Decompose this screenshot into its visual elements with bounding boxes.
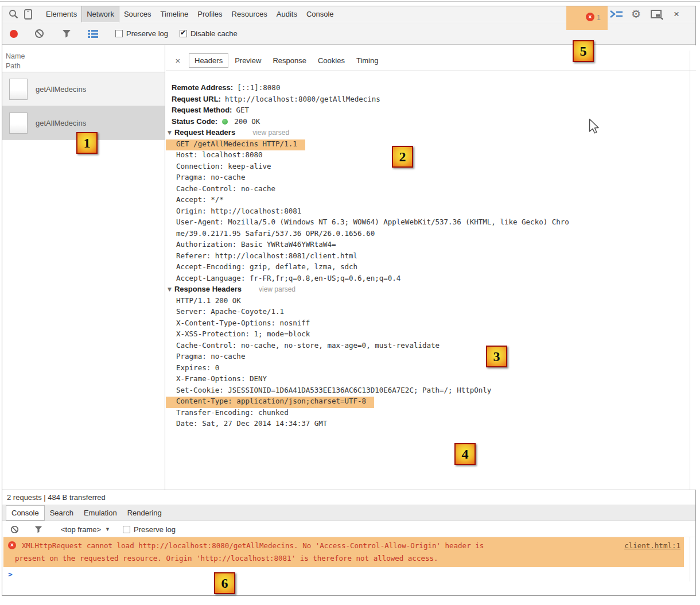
drawer-tabbar: ConsoleSearchEmulationRendering (2, 505, 695, 521)
prompt-chevron: > (8, 570, 13, 579)
tab-timeline[interactable]: Timeline (156, 6, 193, 22)
detail-tab-timing[interactable]: Timing (351, 54, 384, 67)
panel-tabs: ElementsNetworkSourcesTimelineProfilesRe… (41, 6, 339, 22)
raw-header-line: Server: Apache-Coyote/1.1 (166, 307, 696, 319)
tab-audits[interactable]: Audits (272, 6, 302, 22)
collapse-triangle-icon: ▼ (168, 130, 172, 135)
console-error-icon: × (8, 541, 16, 549)
console-preserve-log-checkbox[interactable] (123, 526, 130, 533)
detail-tab-headers[interactable]: Headers (189, 53, 228, 68)
header-value: GET (236, 106, 249, 114)
raw-header-line: me/39.0.2171.95 Safari/537.36 OPR/26.0.1… (166, 229, 696, 241)
console-drawer-icon (609, 9, 623, 19)
dock-icon (651, 10, 663, 20)
detail-tab-cookies[interactable]: Cookies (313, 54, 350, 67)
raw-header-line: X-XSS-Protection: 1; mode=block (166, 329, 696, 341)
console-toolbar: <top frame> ▼ Preserve log (2, 522, 695, 537)
drawer-tab-rendering[interactable]: Rendering (122, 506, 167, 520)
frame-selector-arrow-icon[interactable]: ▼ (105, 526, 110, 532)
console-clear-button[interactable] (7, 522, 22, 537)
header-label: Status Code: (172, 117, 217, 126)
raw-header-line: Accept-Language: fr-FR,fr;q=0.8,en-US;q=… (166, 274, 696, 285)
device-mode-button[interactable] (21, 7, 36, 22)
preserve-log-checkbox[interactable] (115, 30, 123, 37)
raw-header-line: Accept: */* (166, 195, 696, 207)
column-name: Name (6, 52, 165, 61)
collapse-triangle-icon: ▼ (168, 286, 172, 292)
raw-header-line: Set-Cookie: JSESSIONID=1D6A41DA533EE136A… (166, 386, 696, 397)
raw-header-line: GET /getAllMedecins HTTP/1.1 (166, 139, 305, 151)
dock-side-button[interactable] (651, 10, 663, 20)
tab-network[interactable]: Network (81, 6, 119, 22)
disable-cache-label: Disable cache (190, 29, 238, 38)
drawer-tab-emulation[interactable]: Emulation (79, 506, 122, 520)
status-ok-icon (222, 119, 228, 125)
filter-button[interactable] (59, 26, 74, 41)
header-summary-line: Request URL:http://localhost:8080/getAll… (166, 95, 696, 106)
device-icon (24, 9, 32, 20)
annotation-badge-3: 3 (486, 346, 507, 367)
raw-header-line: HTTP/1.1 200 OK (166, 296, 696, 308)
mouse-cursor (589, 118, 600, 134)
clear-button[interactable] (32, 26, 46, 41)
section-title: Response Headers (174, 285, 242, 293)
preserve-log-label: Preserve log (126, 29, 168, 38)
raw-header-line: Pragma: no-cache (166, 352, 696, 363)
headers-section-title[interactable]: ▼Response Headersview parsed (166, 285, 696, 296)
view-parsed-link[interactable]: view parsed (259, 285, 295, 293)
console-prompt[interactable]: > (8, 570, 13, 579)
file-icon (9, 79, 28, 100)
raw-header-line: Host: localhost:8080 (166, 150, 696, 162)
close-devtools-button[interactable]: × (674, 7, 679, 21)
raw-header-line: Authorization: Basic YWRtaW46YWRtaW4= (166, 240, 696, 251)
raw-header-line: Origin: http://localhost:8081 (166, 207, 696, 218)
toggle-drawer-button[interactable] (609, 9, 623, 19)
close-detail-icon[interactable]: × (173, 56, 183, 65)
header-summary-line: Status Code:200 OK (166, 117, 696, 129)
network-status-bar: 2 requests | 484 B transferred (2, 490, 695, 505)
tab-elements[interactable]: Elements (41, 6, 81, 22)
annotation-badge-6: 6 (214, 572, 235, 594)
request-row[interactable]: getAllMedecins (2, 72, 165, 106)
requests-column-header[interactable]: Name Path (2, 45, 165, 72)
drawer-tab-search[interactable]: Search (45, 506, 79, 520)
source-link[interactable]: client.html:1 (624, 541, 680, 550)
header-summary-line: Request Method:GET (166, 106, 696, 117)
clear-console-icon (10, 525, 19, 534)
settings-button[interactable]: ⚙ (631, 7, 641, 22)
request-name: getAllMedecins (36, 85, 86, 94)
raw-header-line: Date: Sat, 27 Dec 2014 14:34:37 GMT (166, 419, 696, 431)
requests-sidebar: Name Path getAllMedecinsgetAllMedecins (2, 45, 165, 490)
main-toolbar: ElementsNetworkSourcesTimelineProfilesRe… (2, 6, 695, 22)
console-filter-button[interactable] (31, 522, 46, 537)
frame-selector[interactable]: <top frame> (61, 525, 101, 534)
list-view-icon (88, 30, 98, 38)
view-parsed-link[interactable]: view parsed (252, 129, 289, 137)
tab-sources[interactable]: Sources (119, 6, 156, 22)
detail-tabbar: × HeadersPreviewResponseCookiesTiming (166, 51, 696, 71)
console-funnel-icon (34, 526, 42, 533)
requests-list: getAllMedecinsgetAllMedecins (2, 72, 165, 140)
record-button[interactable] (10, 30, 18, 38)
headers-section-title[interactable]: ▼Request Headersview parsed (166, 128, 696, 139)
column-path: Path (6, 61, 165, 71)
resource-rows-button[interactable] (85, 26, 100, 41)
raw-header-line: Content-Type: application/json;charset=U… (166, 397, 374, 408)
funnel-icon (62, 29, 71, 38)
header-summary-line: Remote Address:[::1]:8080 (166, 83, 696, 95)
requests-summary: 2 requests | 484 B transferred (7, 493, 106, 502)
error-badge-icon[interactable]: × (586, 13, 594, 21)
inspect-element-button[interactable] (6, 7, 21, 22)
section-title: Request Headers (174, 128, 235, 137)
tab-profiles[interactable]: Profiles (193, 6, 227, 22)
tab-console[interactable]: Console (302, 6, 339, 22)
disable-cache-checkbox[interactable] (180, 30, 187, 37)
tab-resources[interactable]: Resources (227, 6, 272, 22)
detail-tab-response[interactable]: Response (267, 54, 312, 67)
drawer-tab-console[interactable]: Console (6, 505, 45, 521)
detail-tab-preview[interactable]: Preview (230, 54, 266, 67)
detail-tabs: HeadersPreviewResponseCookiesTiming (188, 53, 383, 68)
raw-header-line: User-Agent: Mozilla/5.0 (Windows NT 6.3;… (166, 218, 696, 229)
annotation-badge-4: 4 (454, 443, 476, 465)
raw-header-line: Accept-Encoding: gzip, deflate, lzma, sd… (166, 262, 696, 274)
